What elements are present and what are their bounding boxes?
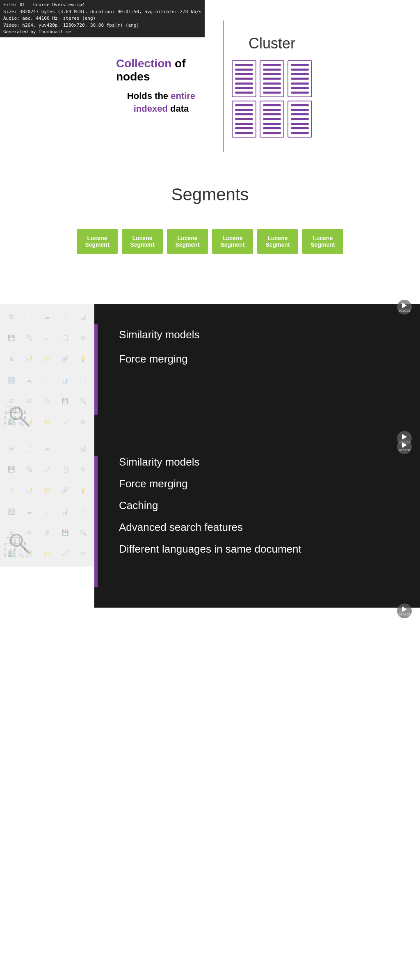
topic-similarity-1: Similarity models xyxy=(119,328,395,341)
play-icon-1 xyxy=(402,303,407,308)
purple-bar-1 xyxy=(94,324,98,415)
dark-panel-1: Similarity models Force merging xyxy=(94,304,420,435)
lucene-segment-5: LuceneSegment xyxy=(257,229,298,254)
topic-caching: Caching xyxy=(119,499,395,512)
dark-panel-content-1: Similarity models Force merging xyxy=(94,304,420,382)
binary-pattern-2: | | 0 | 0 0 | 0 | 0 0 0 | 🔍 xyxy=(4,541,26,558)
file-info-line5: Generated by Thumbnail me xyxy=(3,29,201,36)
segments-section: Segments LuceneSegment LuceneSegment Luc… xyxy=(0,172,420,304)
server-grid xyxy=(232,60,312,138)
topic-force-merging-1: Force merging xyxy=(119,353,395,365)
cluster-collection-text: Collection of nodes xyxy=(116,57,206,83)
binary-pattern-1: | | 0 | 0 0 | 0 | 0 0 0 | 🔍 xyxy=(4,410,26,427)
cluster-divider xyxy=(223,21,224,152)
server-unit-1 xyxy=(232,60,256,97)
cluster-right-panel: Cluster xyxy=(232,35,312,138)
data-text: data xyxy=(170,103,189,114)
collection-highlight: Collection xyxy=(116,57,171,70)
topic-force-merging-2: Force merging xyxy=(119,477,395,490)
segments-title: Segments xyxy=(171,185,249,204)
file-info-line2: Size: 3820247 bytes (3.64 MiB), duration… xyxy=(3,9,201,16)
topic-advanced-search: Advanced search features xyxy=(119,521,395,534)
timestamp-text-3: 00:01:06 xyxy=(399,449,410,452)
segments-boxes: LuceneSegment LuceneSegment LuceneSegmen… xyxy=(77,229,343,254)
server-unit-4 xyxy=(232,101,256,138)
lucene-segment-6: LuceneSegment xyxy=(302,229,343,254)
lucene-segment-3: LuceneSegment xyxy=(167,229,208,254)
topic-similarity-2: Similarity models xyxy=(119,456,395,468)
lucene-segment-4: LuceneSegment xyxy=(212,229,253,254)
file-info-line3: Audio: aac, 44100 Hz, stereo (eng) xyxy=(3,15,201,22)
server-unit-6 xyxy=(288,101,312,138)
cluster-left-panel: Collection of nodes Holds the entireinde… xyxy=(108,49,215,124)
play-icon-2 xyxy=(402,434,407,440)
holds-the-text: Holds the xyxy=(127,91,171,101)
timestamp-text-4: 00:01:28 xyxy=(399,613,410,616)
server-unit-2 xyxy=(260,60,284,97)
dark-panel-content-2: Similarity models Force merging Caching … xyxy=(94,435,420,572)
file-info-line1: File: 01 - Course Overview.mp4 xyxy=(3,2,201,9)
play-icon-3 xyxy=(402,442,407,448)
server-unit-5 xyxy=(260,101,284,138)
cluster-title: Cluster xyxy=(249,35,295,52)
lucene-segment-1: LuceneSegment xyxy=(77,229,118,254)
purple-bar-2 xyxy=(94,456,98,587)
server-unit-3 xyxy=(288,60,312,97)
topic-different-languages: Different languages in same document xyxy=(119,543,395,555)
file-info-line4: Video: h264, yuv420p, 1280x720, 30.00 fp… xyxy=(3,22,201,29)
lucene-segment-2: LuceneSegment xyxy=(122,229,163,254)
dark-panel-2: Similarity models Force merging Caching … xyxy=(94,435,420,608)
play-icon-4 xyxy=(402,606,407,612)
cluster-subtitle: Holds the entireindexed data xyxy=(127,90,195,115)
file-info-bar: File: 01 - Course Overview.mp4 Size: 382… xyxy=(0,0,205,37)
dark-section-2: ⊞ 📄 ☁ ⌂ 📊 💾 🔍 📈 📋 ⚙ 🖥 📝 📁 🔗 💡 🔢 ☁ ⌂ 📊 xyxy=(0,435,420,608)
bg-pattern-2: ⊞ 📄 ☁ ⌂ 📊 💾 🔍 📈 📋 ⚙ 🖥 📝 📁 🔗 💡 🔢 ☁ ⌂ 📊 xyxy=(0,435,94,567)
timestamp-text-1: 00:00:22 xyxy=(399,309,410,312)
bg-pattern-1: ⊞ 📄 ☁ ⌂ 📊 💾 🔍 📈 📋 ⚙ 🖥 📝 📁 🔗 💡 🔢 ☁ ⌂ 📊 xyxy=(0,304,94,435)
dark-section-1: ⊞ 📄 ☁ ⌂ 📊 💾 🔍 📈 📋 ⚙ 🖥 📝 📁 🔗 💡 🔢 ☁ ⌂ 📊 xyxy=(0,304,420,435)
